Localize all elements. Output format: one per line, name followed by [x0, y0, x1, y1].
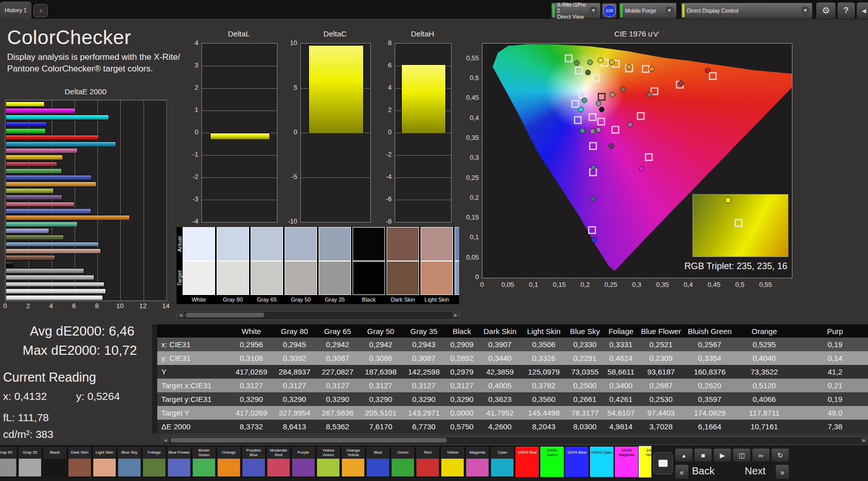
scroll-right-icon[interactable]: ▶	[861, 437, 867, 443]
help-icon: ?	[844, 6, 849, 15]
table-row-label: Target y:CIE31	[157, 395, 230, 403]
patch-chip-blue-flower[interactable]: Blue Flower	[167, 446, 191, 477]
table-row[interactable]: y: CIE310,31080,30920,30870,30860,30870,…	[157, 351, 868, 365]
meter-dropdown[interactable]: X-Rite i1Pro 2 Direct View ▼	[551, 3, 601, 19]
patch-chip-100--yellow[interactable]: 100% Yellow	[639, 446, 651, 477]
patch-chip-100--red[interactable]: 100% Red	[515, 446, 539, 477]
patch-chip-green[interactable]: Green	[391, 446, 415, 477]
patch-chip-black[interactable]: Black	[43, 446, 67, 477]
actual-row-label: Actual	[177, 227, 183, 261]
patch-chip-orange[interactable]: Orange	[217, 446, 241, 477]
patch-chip-color	[93, 459, 116, 476]
patch-chip-label: Blue Flower	[167, 447, 191, 459]
cie-measured-dot	[591, 237, 597, 243]
scroll-right-icon[interactable]: ▶	[453, 312, 459, 318]
help-button[interactable]: ?	[837, 2, 855, 19]
swatch-gray-80[interactable]: Gray 80	[217, 227, 249, 304]
table-cell: 0,3290	[273, 395, 316, 403]
patch-chip-yellow[interactable]: Yellow	[440, 446, 465, 477]
patch-chip-100--cyan[interactable]: 100% Cyan	[589, 446, 614, 477]
swatch-actual	[421, 227, 453, 261]
patch-chip-color	[44, 459, 66, 476]
add-tab-button[interactable]: +	[33, 4, 48, 17]
table-cell: 267,5836	[316, 409, 359, 417]
patch-chip-light-skin[interactable]: Light Skin	[92, 446, 117, 477]
table-cell: 42,3859	[478, 367, 522, 376]
swatch-actual	[319, 227, 351, 261]
table-cell: 49,0	[793, 409, 868, 417]
table-row[interactable]: Target y:CIE310,32900,32900,32900,32900,…	[157, 392, 868, 406]
next-button[interactable]: Next	[745, 465, 766, 477]
refresh-button[interactable]: ↻	[771, 448, 789, 462]
display-control-dropdown[interactable]: Direct Display Control ▼	[681, 3, 813, 19]
scroll-left-icon[interactable]: ◀	[162, 437, 169, 443]
patch-chip-gray-50[interactable]: Gray 50	[0, 446, 17, 477]
patch-chip-blue-sky[interactable]: Blue Sky	[117, 446, 142, 477]
cie-y-tick: 0,1	[461, 233, 479, 241]
patch-chip-purple[interactable]: Purple	[291, 446, 316, 477]
patch-chip-magenta[interactable]: Magenta	[465, 446, 490, 477]
patch-chip-foliage[interactable]: Foliage	[142, 446, 166, 477]
patch-chip-moderate-red[interactable]: Moderate Red	[266, 446, 291, 477]
display-select-button[interactable]	[653, 452, 673, 474]
patch-chip-dark-skin[interactable]: Dark Skin	[67, 446, 92, 477]
table-cell: 0,3290	[445, 395, 478, 403]
scroll-left-icon[interactable]: ◀	[178, 312, 184, 318]
table-cell: 0,3092	[273, 354, 316, 362]
swatch-black[interactable]: Black	[353, 227, 385, 304]
swatch-gray-35[interactable]: Gray 35	[319, 227, 351, 304]
infinite-button[interactable]: ∞	[752, 448, 770, 462]
eject-button[interactable]: ▴	[675, 448, 693, 462]
swatch-scrollbar[interactable]: ◀ ▶	[177, 311, 460, 320]
cie-y-tick: 0,5	[461, 74, 479, 82]
stop-button[interactable]: ■	[694, 448, 712, 462]
back-chevron-button[interactable]: «	[675, 464, 689, 479]
table-row[interactable]: Y417,0269284,8937227,0827187,6398142,259…	[157, 365, 868, 379]
delta-chart-title: DeltaL	[201, 29, 276, 38]
collapse-panel-button[interactable]: ◀	[856, 2, 868, 19]
table-scrollbar-thumb[interactable]	[170, 438, 447, 442]
swatch-scrollbar-thumb[interactable]	[186, 313, 264, 317]
patch-chip-purplish-blue[interactable]: Purplish Blue	[241, 446, 266, 477]
table-cell: 0,3907	[478, 340, 522, 349]
table-cell: 0,14	[793, 354, 868, 362]
patch-chip-gray-35[interactable]: Gray 35	[18, 446, 42, 477]
table-row[interactable]: ΔE 20008,37328,64138,53627,61706,77300,5…	[157, 420, 868, 433]
patch-chip-100--blue[interactable]: 100% Blue	[565, 446, 589, 477]
swatch-label: White	[183, 295, 215, 304]
swatch-blue-sky[interactable]: Blue Sky	[455, 227, 459, 304]
patch-chip-blue[interactable]: Blue	[366, 446, 390, 477]
swatch-gray-50[interactable]: Gray 50	[285, 227, 317, 304]
table-row[interactable]: Target x:CIE310,31270,31270,31270,31270,…	[157, 379, 868, 392]
back-button[interactable]: Back	[692, 465, 714, 477]
patch-chip-red[interactable]: Red	[415, 446, 440, 477]
table-row[interactable]: Target Y417,0269327,9954267,5836205,5101…	[157, 406, 868, 420]
swatch-gray-65[interactable]: Gray 65	[251, 227, 283, 304]
deltae-tick-label: 2	[26, 302, 30, 310]
patch-chip-100--green[interactable]: 100% Green	[540, 446, 564, 477]
play-button[interactable]: ▶	[713, 448, 732, 462]
delta-tick-label: 3	[183, 61, 198, 69]
swatch-white[interactable]: White	[183, 227, 215, 304]
patch-chip-orange-yellow[interactable]: Orange Yellow	[341, 446, 365, 477]
meter-count-button[interactable]: 228	[602, 3, 617, 18]
patch-chip-100--magenta[interactable]: 100% Magenta	[614, 446, 639, 477]
cie-measured-dot	[578, 107, 584, 113]
patch-chip-yellow-green[interactable]: Yellow Green	[316, 446, 340, 477]
table-scrollbar[interactable]: ◀ ▶	[161, 436, 868, 445]
swatch-dark-skin[interactable]: Dark Skin	[387, 227, 419, 304]
cie-measured-dot	[585, 70, 591, 76]
workflow-dropdown[interactable]: Mobile Forge ▼	[619, 3, 677, 19]
tab-history-1[interactable]: History 1	[0, 2, 31, 19]
patch-chip-bluish-green[interactable]: Bluish Green	[192, 446, 216, 477]
patch-chip-cyan[interactable]: Cyan	[490, 446, 514, 477]
cie-target-square	[574, 116, 582, 124]
swatch-label: Blue Sky	[455, 295, 459, 304]
swatch-target	[285, 261, 317, 295]
swatch-light-skin[interactable]: Light Skin	[421, 227, 453, 304]
window-button[interactable]: ◫	[733, 448, 751, 462]
settings-button[interactable]: ⚙	[816, 2, 836, 19]
table-row[interactable]: x: CIE310,29560,29450,29420,29420,29430,…	[157, 338, 868, 351]
cie-target-square	[709, 72, 717, 80]
next-chevron-button[interactable]: »	[775, 464, 789, 479]
